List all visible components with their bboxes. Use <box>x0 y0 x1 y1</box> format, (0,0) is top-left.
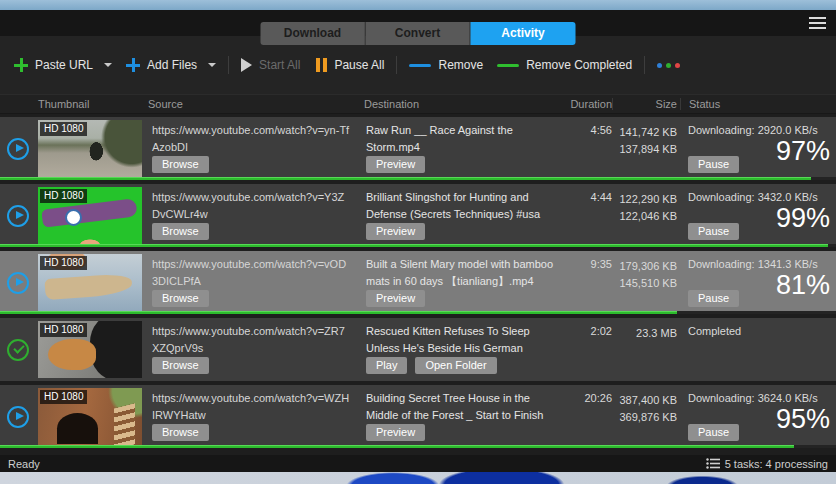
progress-percent: 97% <box>776 136 830 167</box>
preview-button[interactable]: Preview <box>366 424 425 441</box>
task-list-icon <box>706 458 720 469</box>
resume-play-icon[interactable] <box>7 272 29 294</box>
preview-button[interactable]: Preview <box>366 223 425 240</box>
video-thumbnail[interactable]: HD 1080 <box>38 187 142 244</box>
column-header-source: Source <box>148 98 364 110</box>
resume-play-icon[interactable] <box>7 205 29 227</box>
desktop-wallpaper-top <box>0 0 836 10</box>
tab-activity[interactable]: Activity <box>471 22 576 45</box>
duration-value: 4:56 <box>564 117 612 180</box>
download-list: HD 1080 https://www.youtube.com/watch?v=… <box>0 114 836 448</box>
column-header-thumbnail: Thumbnail <box>36 98 148 110</box>
more-options-button[interactable] <box>657 63 680 68</box>
size-downloaded: 145,510 KB <box>612 275 677 292</box>
preview-button[interactable]: Preview <box>366 290 425 307</box>
remove-completed-button[interactable]: Remove Completed <box>497 58 632 72</box>
pause-button[interactable]: Pause <box>688 424 739 441</box>
duration-value: 4:44 <box>564 184 612 247</box>
size-downloaded: 369,876 KB <box>612 409 677 426</box>
remove-completed-label: Remove Completed <box>526 58 632 72</box>
add-files-button[interactable]: Add Files <box>126 58 216 72</box>
plus-icon <box>14 58 28 72</box>
source-url: https://www.youtube.com/watch?v=vOD3DICL… <box>152 256 352 289</box>
paste-url-label: Paste URL <box>35 58 93 72</box>
status-ready-text: Ready <box>8 458 40 470</box>
pause-all-label: Pause All <box>334 58 384 72</box>
size-total: 23.3 MB <box>612 325 677 342</box>
table-row[interactable]: HD 1080 https://www.youtube.com/watch?v=… <box>0 318 836 381</box>
toolbar-divider <box>644 56 645 74</box>
remove-completed-icon <box>497 64 519 67</box>
table-row[interactable]: HD 1080 https://www.youtube.com/watch?v=… <box>0 117 836 180</box>
tasks-summary-text: 5 tasks: 4 processing <box>725 458 828 470</box>
resume-play-icon[interactable] <box>7 406 29 428</box>
paste-url-button[interactable]: Paste URL <box>14 58 112 72</box>
video-thumbnail[interactable]: HD 1080 <box>38 254 142 311</box>
play-button[interactable]: Play <box>366 357 407 374</box>
browse-button[interactable]: Browse <box>152 223 209 240</box>
remove-button[interactable]: Remove <box>409 58 483 72</box>
progress-percent: 95% <box>776 404 830 435</box>
resume-play-icon[interactable] <box>7 138 29 160</box>
video-thumbnail[interactable]: HD 1080 <box>38 388 142 445</box>
chevron-down-icon[interactable] <box>104 63 112 67</box>
desktop-wallpaper-bottom <box>0 472 836 484</box>
table-row[interactable]: HD 1080 https://www.youtube.com/watch?v=… <box>0 184 836 247</box>
destination-filename: Building Secret Tree House in the Middle… <box>366 390 556 424</box>
status-text: Downloading: 3432.0 KB/s <box>688 191 830 203</box>
size-downloaded: 122,046 KB <box>612 208 677 225</box>
play-icon <box>241 58 252 72</box>
browse-button[interactable]: Browse <box>152 290 209 307</box>
chevron-down-icon[interactable] <box>208 63 216 67</box>
progress-percent: 99% <box>776 203 830 234</box>
browse-button[interactable]: Browse <box>152 156 209 173</box>
destination-filename: Brilliant Slingshot for Hunting and Defe… <box>366 189 556 223</box>
status-bar: Ready 5 tasks: 4 processing <box>0 455 836 472</box>
status-text: Downloading: 1341.3 KB/s <box>688 258 830 270</box>
table-row[interactable]: HD 1080 https://www.youtube.com/watch?v=… <box>0 385 836 448</box>
open-folder-button[interactable]: Open Folder <box>415 357 496 374</box>
column-header-destination: Destination <box>364 98 564 110</box>
source-url: https://www.youtube.com/watch?v=ZR7XZQpr… <box>152 323 352 356</box>
size-downloaded: 137,894 KB <box>612 141 677 158</box>
browse-button[interactable]: Browse <box>152 357 209 374</box>
remove-icon <box>409 64 431 67</box>
column-header-duration: Duration <box>564 98 612 110</box>
pause-button[interactable]: Pause <box>688 223 739 240</box>
status-text: Completed <box>688 325 830 337</box>
pause-button[interactable]: Pause <box>688 156 739 173</box>
progress-bar <box>0 177 836 180</box>
browse-button[interactable]: Browse <box>152 424 209 441</box>
size-total: 179,306 KB <box>612 258 677 275</box>
pause-button[interactable]: Pause <box>688 290 739 307</box>
preview-button[interactable]: Preview <box>366 156 425 173</box>
size-total: 141,742 KB <box>612 124 677 141</box>
start-all-label: Start All <box>259 58 300 72</box>
pause-icon <box>316 58 327 72</box>
tab-convert[interactable]: Convert <box>366 22 471 45</box>
quality-badge: HD 1080 <box>40 189 87 203</box>
column-header-status: Status <box>680 98 836 110</box>
quality-badge: HD 1080 <box>40 122 87 136</box>
source-url: https://www.youtube.com/watch?v=Y3ZDvCWL… <box>152 189 352 222</box>
tab-download[interactable]: Download <box>261 22 366 45</box>
toolbar-divider <box>396 56 397 74</box>
menu-icon[interactable] <box>809 17 826 29</box>
destination-filename: Raw Run __ Race Against the Storm.mp4 <box>366 122 556 155</box>
start-all-button[interactable]: Start All <box>241 58 300 72</box>
progress-bar <box>0 311 836 314</box>
duration-value: 2:02 <box>564 318 612 381</box>
quality-badge: HD 1080 <box>40 390 87 404</box>
status-text: Downloading: 2920.0 KB/s <box>688 124 830 136</box>
status-text: Downloading: 3624.0 KB/s <box>688 392 830 404</box>
quality-badge: HD 1080 <box>40 256 87 270</box>
source-url: https://www.youtube.com/watch?v=WZHIRWYH… <box>152 390 352 423</box>
add-files-label: Add Files <box>147 58 197 72</box>
video-thumbnail[interactable]: HD 1080 <box>38 120 142 177</box>
video-thumbnail[interactable]: HD 1080 <box>38 321 142 378</box>
table-row[interactable]: HD 1080 https://www.youtube.com/watch?v=… <box>0 251 836 314</box>
remove-label: Remove <box>438 58 483 72</box>
pause-all-button[interactable]: Pause All <box>316 58 384 72</box>
tab-bar: Download Convert Activity <box>261 22 576 45</box>
size-total: 387,400 KB <box>612 392 677 409</box>
